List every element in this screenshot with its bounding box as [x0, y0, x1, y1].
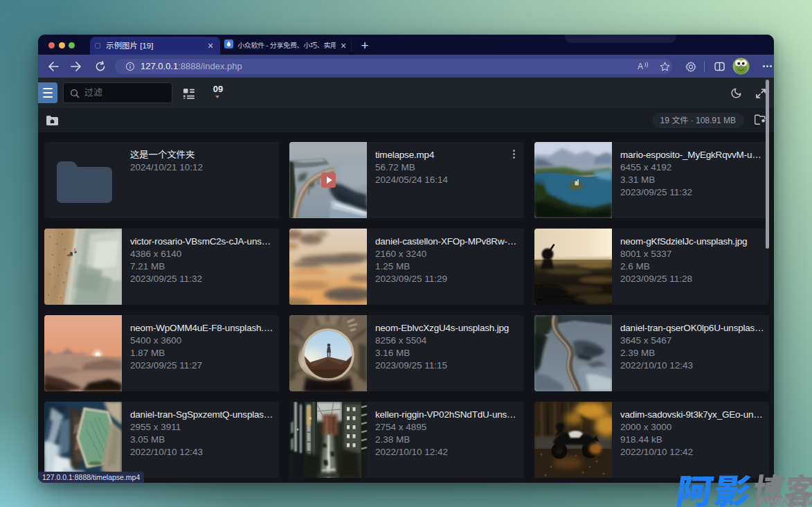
svg-text:A: A	[638, 62, 643, 71]
